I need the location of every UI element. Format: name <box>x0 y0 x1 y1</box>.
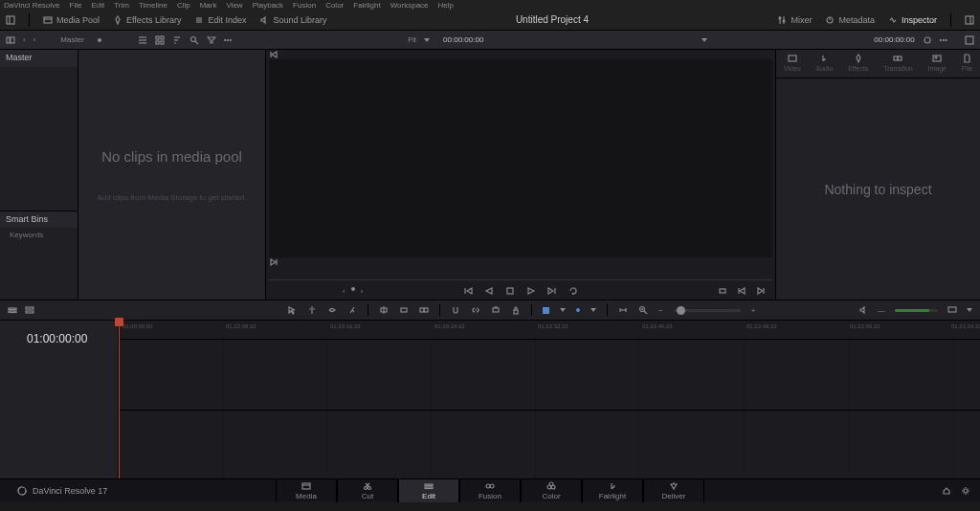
lock-icon[interactable] <box>511 305 521 315</box>
first-frame-icon[interactable] <box>463 286 473 296</box>
menu-item[interactable]: Workspace <box>390 1 429 10</box>
monitor-icon[interactable] <box>947 305 957 315</box>
dim-label[interactable]: — <box>878 306 885 315</box>
menu-item[interactable]: Edit <box>91 1 104 10</box>
inspector-tab-audio[interactable]: Audio <box>815 54 833 78</box>
match-frame-icon[interactable] <box>718 286 727 296</box>
chevron-down-icon[interactable] <box>560 308 566 312</box>
replace-icon[interactable] <box>419 305 429 315</box>
bin-master[interactable]: Master <box>0 50 78 67</box>
nav-fwd[interactable]: › <box>33 35 36 44</box>
viewer-options[interactable]: ••• <box>940 35 947 44</box>
media-pool[interactable]: No clips in media pool Add clips from Me… <box>78 50 265 300</box>
gear-icon[interactable] <box>961 486 970 496</box>
filter-icon[interactable] <box>207 35 216 45</box>
panel-toggle-icon[interactable] <box>965 15 974 25</box>
match-frame-icon[interactable]: ‹ <box>343 287 345 296</box>
menu-item[interactable]: Mark <box>200 1 217 10</box>
inspector-tab-transition[interactable]: Transition <box>883 54 912 78</box>
chevron-down-icon[interactable] <box>967 308 972 312</box>
page-deliver[interactable]: Deliver <box>643 479 704 502</box>
page-color[interactable]: Color <box>521 479 582 502</box>
mark-in-icon[interactable] <box>351 287 355 291</box>
inspector-tab-effects[interactable]: Effects <box>848 54 868 78</box>
expand-icon[interactable] <box>965 35 974 45</box>
stop-icon[interactable] <box>505 286 515 296</box>
insert-icon[interactable] <box>379 305 389 315</box>
zoom-in[interactable]: + <box>751 306 756 315</box>
record-icon[interactable] <box>98 38 101 42</box>
arrow-tool-icon[interactable] <box>287 305 297 315</box>
menu-item[interactable]: Timeline <box>139 1 167 10</box>
tab-sound-library[interactable]: Sound Library <box>259 15 326 25</box>
tab-media-pool[interactable]: Media Pool <box>43 15 100 25</box>
last-frame-icon[interactable] <box>547 286 557 296</box>
next-edit-icon[interactable] <box>269 257 278 267</box>
menu-item[interactable]: Playback <box>253 1 283 10</box>
zoom-full-icon[interactable] <box>618 305 628 315</box>
menu-item[interactable]: Color <box>325 1 344 10</box>
search-icon[interactable] <box>189 35 199 45</box>
viewer-canvas[interactable] <box>269 59 772 257</box>
tracks[interactable] <box>119 340 980 478</box>
smart-bin-keywords[interactable]: Keywords <box>0 228 78 242</box>
inspector-tab-file[interactable]: File <box>962 54 972 78</box>
link-icon[interactable] <box>471 305 480 315</box>
zoom-slider[interactable] <box>674 309 741 312</box>
menu-item[interactable]: Trim <box>114 1 129 10</box>
sidebar-toggle-icon[interactable] <box>6 35 15 45</box>
page-fusion[interactable]: Fusion <box>459 479 521 502</box>
playhead[interactable] <box>119 321 120 478</box>
zoom-out[interactable]: − <box>658 306 663 315</box>
go-to-out-icon[interactable] <box>756 286 766 296</box>
menu-item[interactable]: Clip <box>177 1 190 10</box>
menu-item[interactable]: DaVinci Resolve <box>4 1 60 10</box>
timeline-tracks-area[interactable]: 01:00:00:00 01:22:08:22 01:20:16:22 01:2… <box>119 321 980 478</box>
stacked-icon[interactable] <box>25 305 34 315</box>
play-reverse-icon[interactable] <box>484 286 494 296</box>
marker-icon[interactable] <box>576 308 580 312</box>
mute-icon[interactable] <box>858 305 868 315</box>
dynamic-trim-icon[interactable] <box>327 305 337 315</box>
viewer-scrubber[interactable] <box>269 269 772 280</box>
inspector-tab-image[interactable]: Image <box>928 54 947 78</box>
menu-item[interactable]: Fairlight <box>353 1 380 10</box>
track-header-area[interactable]: 01:00:00:00 <box>0 321 119 478</box>
inspector-tab-video[interactable]: Video <box>784 54 801 78</box>
nav-back[interactable]: ‹ <box>23 35 26 44</box>
flag-icon[interactable] <box>543 307 549 314</box>
smart-bins-header[interactable]: Smart Bins <box>0 211 78 228</box>
list-view-icon[interactable] <box>138 35 147 45</box>
menu-item[interactable]: Fusion <box>293 1 316 10</box>
position-lock-icon[interactable] <box>491 305 501 315</box>
blade-tool-icon[interactable] <box>347 305 357 315</box>
snap-icon[interactable] <box>451 305 460 315</box>
page-media[interactable]: Media <box>276 479 337 502</box>
overwrite-icon[interactable] <box>399 305 409 315</box>
loop-icon[interactable] <box>568 286 578 296</box>
timeline-ruler[interactable]: 01:00:00:00 01:22:08:22 01:20:16:22 01:2… <box>119 321 980 340</box>
page-cut[interactable]: Cut <box>337 479 398 502</box>
zoom-fit[interactable]: Fit <box>408 35 416 44</box>
home-icon[interactable] <box>942 486 951 496</box>
tab-edit-index[interactable]: Edit Index <box>194 15 246 25</box>
loop-viewer-icon[interactable] <box>923 35 932 45</box>
prev-edit-icon[interactable] <box>269 50 278 59</box>
match-frame-icon[interactable]: › <box>361 287 364 296</box>
thumb-view-icon[interactable] <box>155 35 165 45</box>
menu-item[interactable]: File <box>70 1 82 10</box>
go-to-in-icon[interactable] <box>737 286 746 296</box>
play-icon[interactable] <box>526 286 536 296</box>
panel-toggle-icon[interactable] <box>6 15 15 25</box>
sort-icon[interactable] <box>172 35 182 45</box>
timeline-view-icon[interactable] <box>8 305 17 315</box>
tab-inspector[interactable]: Inspector <box>888 15 937 25</box>
chevron-down-icon[interactable] <box>590 308 596 312</box>
tab-mixer[interactable]: Mixer <box>777 15 812 25</box>
clip-select-chevron[interactable] <box>702 38 707 42</box>
zoom-detail-icon[interactable] <box>638 305 648 315</box>
menu-item[interactable]: View <box>226 1 242 10</box>
chevron-down-icon[interactable] <box>424 38 430 42</box>
more-icon[interactable]: ••• <box>224 35 232 44</box>
menu-item[interactable]: Help <box>438 1 454 10</box>
